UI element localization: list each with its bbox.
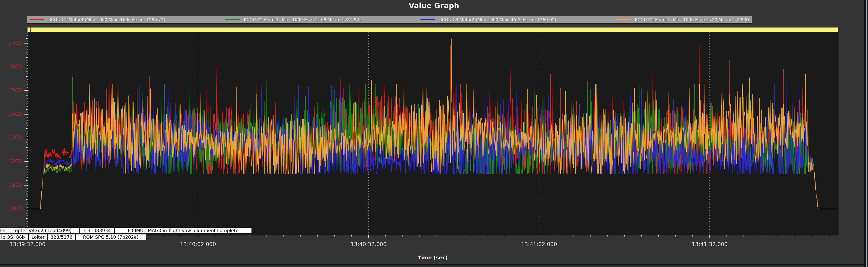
x-axis-title: Time (sec) <box>392 255 473 261</box>
page-title: Value Graph <box>0 2 868 10</box>
y-tick-label: 1400 <box>4 111 22 117</box>
legend-line-swatch <box>225 19 240 20</box>
legend-item-2[interactable]: RCOU.C2 Motor1 (Min: 1000 Max: 1558 Mean… <box>225 17 361 22</box>
y-tick-label: 1600 <box>4 64 22 70</box>
log-message-box: 328/5376 <box>48 234 75 240</box>
log-message-box: F 31383934 <box>80 228 115 234</box>
legend-label: RCOU.C2 Motor1 (Min: 1000 Max: 1558 Mean… <box>244 17 361 22</box>
legend-bar: RCOU.C1 Motor4 (Min: 1000 Max: 1696 Mean… <box>27 16 752 24</box>
legend-line-swatch <box>30 19 44 20</box>
legend-label: RCOU.C1 Motor4 (Min: 1000 Max: 1696 Mean… <box>49 17 165 22</box>
y-tick-label: 1500 <box>4 87 22 93</box>
x-tick-label: 13:40:32.000 <box>341 241 397 247</box>
bottom-strip <box>0 265 868 267</box>
log-message-box: Loiter <box>29 234 48 240</box>
y-tick-label: 1100 <box>4 182 22 188</box>
log-message-box: F3 IMU1 MAG0 in-flight yaw alignment com… <box>115 228 252 234</box>
x-tick-label: 13:41:02.000 <box>511 241 567 247</box>
legend-item-4[interactable]: RCOU.C4 Motor3 (Min: 1000 Max: 1720 Mean… <box>616 17 749 22</box>
graph-canvas[interactable] <box>22 26 842 242</box>
legend-item-3[interactable]: RCOU.C3 Motor2 (Min: 1000 Max: 1529 Mean… <box>421 17 556 22</box>
legend-line-swatch <box>616 19 631 20</box>
x-tick-label: 13:41:32.000 <box>682 241 738 247</box>
log-message-box: ibiOS: 88b <box>0 234 29 240</box>
vertical-scrollbar[interactable] <box>866 0 867 267</box>
y-tick-label: 1300 <box>4 135 22 141</box>
legend-item-1[interactable]: RCOU.C1 Motor4 (Min: 1000 Max: 1696 Mean… <box>30 17 165 22</box>
y-tick-label: 1200 <box>4 158 22 165</box>
legend-label: RCOU.C3 Motor2 (Min: 1000 Max: 1529 Mean… <box>439 17 556 22</box>
legend-line-swatch <box>421 19 435 20</box>
x-tick-label: 13:40:02.000 <box>170 241 226 247</box>
log-message-box: iter <box>0 228 7 234</box>
right-edge-panel <box>865 0 868 267</box>
value-graph-window: Value Graph RCOU.C1 Motor4 (Min: 1000 Ma… <box>0 0 868 267</box>
y-tick-label: 1700 <box>4 40 22 46</box>
log-message-box: ROM SPG 5.10 (7b202e) <box>75 234 146 240</box>
legend-label: RCOU.C4 Motor3 (Min: 1000 Max: 1720 Mean… <box>635 17 749 22</box>
x-tick-label: 13:39:32.000 <box>0 241 56 247</box>
y-tick-label: 1000 <box>4 206 22 212</box>
log-message-box: opter V4.6.2 (1ebd4d99) <box>7 228 80 234</box>
